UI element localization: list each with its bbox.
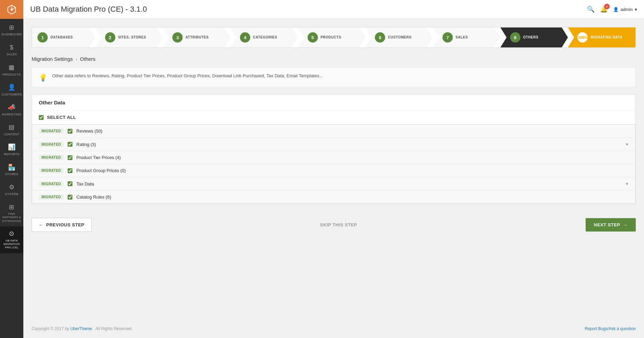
sidebar-item-dashboard[interactable]: ⊞ DASHBOARD [0, 20, 23, 40]
sidebar-item-find-partners[interactable]: ⊞ FIND PARTNERS & EXTENSIONS [0, 200, 23, 227]
step-products[interactable]: 5 PRODUCTS [298, 27, 366, 47]
step-2-circle: 2 [105, 32, 115, 43]
step-migrating-data[interactable]: 100% MIGRATING DATA [568, 27, 635, 47]
prev-arrow-icon: ← [39, 222, 44, 227]
sidebar-item-sales[interactable]: $ SALES [0, 40, 23, 60]
row-1-checkbox[interactable] [68, 142, 72, 147]
row-2-checkbox[interactable] [68, 155, 72, 160]
topbar: UB Data Migration Pro (CE) - 3.1.0 🔍 🔔 4… [23, 0, 644, 19]
step-4-circle: 4 [240, 32, 250, 43]
select-all-checkbox[interactable] [39, 115, 44, 120]
row-0-checkbox[interactable] [68, 129, 72, 134]
migrated-badge-1: MIGRATED [39, 142, 64, 147]
info-text: Other data refers to Reviews, Rating, Pr… [52, 73, 323, 78]
footer-actions: ← PREVIOUS STEP SKIP THIS STEP NEXT STEP… [32, 211, 636, 239]
row-3-label: Product Group Prices (0) [77, 168, 628, 173]
notification-badge: 4 [604, 4, 610, 9]
marketing-icon: 📣 [8, 103, 15, 111]
sidebar-item-system[interactable]: ⚙ SYSTEM [0, 180, 23, 200]
sidebar-item-reports[interactable]: 📊 REPORTS [0, 140, 23, 160]
table-row: MIGRATED Catalog Rules (6) [32, 191, 635, 203]
select-all-row: SELECT ALL [32, 111, 635, 124]
sidebar-item-customers[interactable]: 👤 CUSTOMERS [0, 80, 23, 100]
data-rows: MIGRATED Reviews (50) MIGRATED Rating (3… [32, 124, 635, 204]
migrated-badge-0: MIGRATED [39, 128, 64, 134]
row-4-checkbox[interactable] [68, 181, 72, 186]
skip-step-button[interactable]: SKIP THIS STEP [97, 222, 580, 227]
ubertheme-link[interactable]: UberTheme [70, 326, 92, 331]
row-2-label: Product Tier Prices (4) [77, 155, 628, 160]
step-others[interactable]: 8 OTHERS [501, 27, 568, 47]
notifications-icon[interactable]: 🔔 4 [600, 5, 608, 13]
sidebar-item-products[interactable]: ▦ PRODUCTS [0, 60, 23, 80]
svg-point-0 [11, 8, 13, 10]
page-footer: Copyright © 2017 by UberTheme . All Righ… [23, 319, 644, 338]
expand-icon-4[interactable]: ▾ [626, 181, 628, 187]
table-row: MIGRATED Tax Data ▾ [32, 177, 635, 191]
step-9-label: MIGRATING DATA [590, 35, 622, 40]
search-icon[interactable]: 🔍 [587, 5, 595, 13]
sales-icon: $ [10, 44, 13, 52]
previous-step-button[interactable]: ← PREVIOUS STEP [32, 218, 92, 232]
breadcrumb-current: Others [80, 56, 95, 62]
step-databases[interactable]: 1 DATABASES [32, 27, 95, 47]
info-icon: 💡 [39, 74, 47, 82]
step-5-circle: 5 [308, 32, 318, 43]
migrated-badge-4: MIGRATED [39, 181, 64, 187]
table-row: MIGRATED Product Tier Prices (4) [32, 151, 635, 164]
step-attributes[interactable]: 3 ATTRIBUTES [163, 27, 230, 47]
step-4-label: CATEGORIES [253, 35, 277, 40]
steps-wizard: 1 DATABASES 2 SITES, STORES 3 ATTRIBUTES… [32, 27, 636, 48]
other-data-card: Other Data SELECT ALL MIGRATED Reviews (… [32, 94, 636, 204]
step-sites-stores[interactable]: 2 SITES, STORES [95, 27, 163, 47]
products-icon: ▦ [9, 64, 14, 71]
breadcrumb: Migration Settings › Others [32, 56, 636, 62]
copyright-text: Copyright © 2017 by UberTheme . All Righ… [32, 326, 133, 331]
step-customers[interactable]: 6 CUSTOMERS [365, 27, 433, 47]
step-6-circle: 6 [375, 32, 385, 43]
step-6-label: CUSTOMERS [388, 35, 411, 40]
sidebar-item-content[interactable]: ▤ CONTENT [0, 120, 23, 140]
find-partners-icon: ⊞ [9, 203, 14, 211]
sidebar-item-ub-data[interactable]: ⊙ UB DATA MIGRATION PRO (CE) [0, 226, 23, 253]
sidebar-logo[interactable] [0, 0, 23, 19]
topbar-actions: 🔍 🔔 4 👤 admin ▾ [587, 5, 637, 13]
sidebar-item-stores[interactable]: 🏪 STORES [0, 160, 23, 180]
step-sales[interactable]: 7 SALES [433, 27, 501, 47]
card-body: SELECT ALL MIGRATED Reviews (50) MIGRATE… [32, 111, 635, 204]
row-5-label: Catalog Rules (6) [77, 194, 628, 200]
sidebar-item-marketing[interactable]: 📣 MARKETING [0, 100, 23, 120]
row-5-checkbox[interactable] [68, 195, 72, 200]
step-8-label: OTHERS [523, 35, 539, 40]
report-bugs-link[interactable]: Report Bugs/Ask a question [585, 326, 636, 331]
next-arrow-icon: → [623, 222, 628, 227]
next-step-button[interactable]: NEXT STEP → [586, 218, 636, 232]
step-1-label: DATABASES [50, 35, 73, 40]
table-row: MIGRATED Rating (3) ▾ [32, 138, 635, 151]
step-3-circle: 3 [172, 32, 183, 43]
user-menu[interactable]: 👤 admin ▾ [613, 7, 637, 12]
dashboard-icon: ⊞ [9, 24, 14, 32]
sidebar: ⊞ DASHBOARD $ SALES ▦ PRODUCTS 👤 CUSTOME… [0, 0, 23, 338]
breadcrumb-separator: › [76, 56, 77, 62]
prev-label: PREVIOUS STEP [46, 222, 84, 227]
step-7-circle: 7 [442, 32, 453, 43]
step-8-circle: 8 [510, 32, 520, 43]
stores-icon: 🏪 [8, 164, 15, 171]
next-label: NEXT STEP [594, 222, 620, 227]
reports-icon: 📊 [8, 143, 15, 151]
main-content: UB Data Migration Pro (CE) - 3.1.0 🔍 🔔 4… [23, 0, 644, 338]
content-icon: ▤ [9, 123, 14, 131]
step-categories[interactable]: 4 CATEGORIES [230, 27, 298, 47]
migrated-badge-3: MIGRATED [39, 168, 64, 173]
user-name: admin [621, 7, 633, 12]
migrated-badge-2: MIGRATED [39, 155, 64, 160]
expand-icon-1[interactable]: ▾ [626, 142, 628, 147]
migrated-badge-5: MIGRATED [39, 194, 64, 200]
step-9-circle: 100% [577, 32, 588, 43]
page-content: 1 DATABASES 2 SITES, STORES 3 ATTRIBUTES… [23, 19, 644, 319]
user-avatar-icon: 👤 [613, 7, 619, 12]
row-3-checkbox[interactable] [68, 168, 72, 173]
select-all-label: SELECT ALL [47, 115, 76, 120]
step-7-label: SALES [456, 35, 468, 40]
